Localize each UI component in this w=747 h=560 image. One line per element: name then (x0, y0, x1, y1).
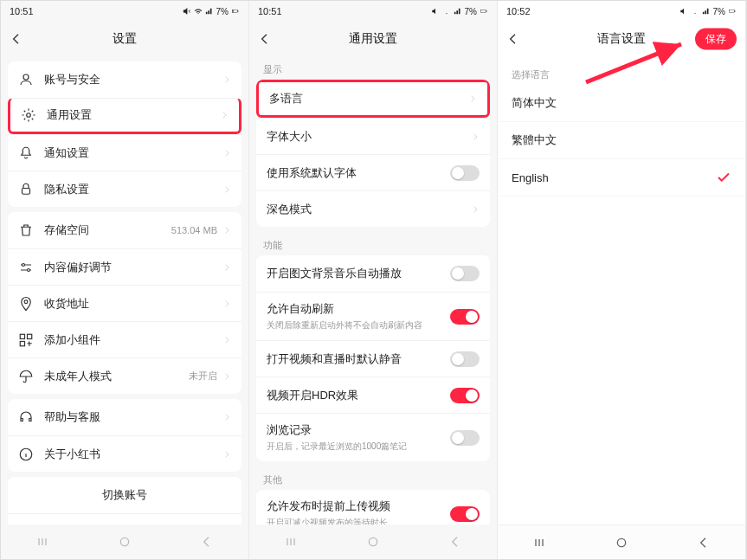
row-label: 深色模式 (267, 202, 471, 217)
row-dark-mode[interactable]: 深色模式 (256, 190, 490, 227)
section-language: 选择语言 (498, 56, 745, 85)
toggle-bgm[interactable] (450, 266, 480, 281)
row-sublabel: 开启后，记录最近浏览的1000篇笔记 (267, 441, 450, 453)
row-bgm-autoplay[interactable]: 开启图文背景音乐自动播放 (256, 255, 490, 292)
lang-traditional[interactable]: 繁體中文 (498, 122, 745, 159)
mute-icon (679, 7, 688, 16)
row-label: 内容偏好调节 (44, 260, 222, 275)
toggle-preupload[interactable] (450, 506, 480, 522)
section-display: 显示 (249, 56, 497, 80)
lang-english[interactable]: English (498, 159, 745, 196)
row-system-font[interactable]: 使用系统默认字体 (256, 154, 490, 190)
row-label: 隐私设置 (44, 182, 222, 197)
row-shipping-address[interactable]: 收货地址 (8, 285, 241, 321)
row-auto-refresh[interactable]: 允许自动刷新 关闭后除重新启动外将不会自动刷新内容 (256, 292, 490, 340)
row-label: 打开视频和直播时默认静音 (267, 351, 450, 367)
gear-icon (21, 107, 36, 123)
back-icon[interactable] (258, 32, 272, 46)
page-title: 通用设置 (349, 31, 397, 47)
row-label: 允许自动刷新 (267, 301, 450, 317)
panel-language-settings: 10:52 7% 语言设置 保存 选择语言 简体中文 繁體中文 English (498, 1, 746, 559)
chevron-right-icon (471, 205, 480, 214)
status-right: 7% (183, 7, 240, 16)
language-list: 简体中文 繁體中文 English (498, 85, 745, 196)
toggle-system-font[interactable] (450, 165, 480, 181)
recent-icon[interactable] (35, 535, 49, 549)
row-hdr[interactable]: 视频开启HDR效果 (256, 377, 490, 413)
recent-icon[interactable] (284, 535, 298, 549)
row-label: 开启图文背景音乐自动播放 (267, 266, 450, 281)
lang-simplified[interactable]: 简体中文 (498, 85, 745, 122)
row-language[interactable]: 多语言 (256, 80, 490, 118)
row-history[interactable]: 浏览记录 开启后，记录最近浏览的1000篇笔记 (256, 413, 490, 461)
row-label: 多语言 (269, 91, 468, 106)
back-nav-icon[interactable] (448, 535, 462, 549)
svg-point-8 (24, 299, 28, 303)
settings-group-general: 存储空间 513.04 MB 内容偏好调节 收货地址 添加小组件 未成年人模式 … (8, 212, 241, 394)
toggle-hdr[interactable] (450, 388, 480, 403)
toggle-mute[interactable] (450, 351, 480, 367)
row-content-preference[interactable]: 内容偏好调节 (8, 248, 241, 285)
mute-icon (431, 7, 440, 16)
svg-rect-2 (238, 10, 239, 12)
row-add-widget[interactable]: 添加小组件 (8, 321, 241, 357)
chevron-right-icon (222, 185, 231, 194)
wifi-icon (691, 7, 699, 16)
chevron-right-icon (222, 263, 231, 272)
row-label: 添加小组件 (44, 332, 222, 348)
svg-point-3 (23, 74, 29, 80)
storage-size: 513.04 MB (171, 225, 217, 235)
row-privacy-settings[interactable]: 隐私设置 (8, 171, 241, 207)
row-account-security[interactable]: 账号与安全 (8, 61, 241, 98)
home-icon[interactable] (366, 535, 380, 549)
svg-rect-1 (233, 10, 234, 12)
back-icon[interactable] (10, 32, 23, 46)
row-minor-mode[interactable]: 未成年人模式 未开启 (8, 357, 241, 394)
battery-text: 7% (713, 7, 725, 16)
info-icon (18, 447, 34, 462)
chevron-right-icon (222, 372, 231, 381)
row-label: 允许发布时提前上传视频 (267, 499, 450, 514)
headset-icon (18, 409, 34, 425)
lock-icon (18, 182, 34, 197)
status-time: 10:51 (10, 6, 34, 16)
chevron-right-icon (222, 299, 231, 308)
display-group: 多语言 字体大小 使用系统默认字体 深色模式 (256, 80, 490, 227)
row-label: 存储空间 (44, 222, 171, 238)
svg-rect-0 (233, 10, 238, 12)
back-nav-icon[interactable] (697, 536, 711, 550)
toggle-history[interactable] (450, 430, 480, 446)
row-default-mute[interactable]: 打开视频和直播时默认静音 (256, 340, 490, 377)
svg-rect-9 (20, 334, 24, 338)
row-help[interactable]: 帮助与客服 (8, 399, 241, 435)
row-general-settings[interactable]: 通用设置 (8, 98, 241, 134)
row-font-size[interactable]: 字体大小 (256, 118, 490, 154)
home-icon[interactable] (118, 535, 132, 549)
page-title: 设置 (113, 31, 137, 47)
panel-settings: 10:51 7% 设置 账号与安全 通用设置 通知设置 (1, 1, 249, 559)
chevron-right-icon (222, 75, 231, 84)
svg-rect-11 (20, 341, 24, 345)
row-label: 帮助与客服 (44, 409, 222, 425)
row-about[interactable]: 关于小红书 (8, 435, 241, 472)
back-icon[interactable] (506, 32, 520, 46)
back-nav-icon[interactable] (200, 535, 214, 549)
toggle-auto-refresh[interactable] (450, 309, 480, 325)
title-bar: 设置 (1, 22, 248, 56)
chevron-right-icon (222, 450, 231, 459)
home-icon[interactable] (615, 536, 628, 550)
location-icon (18, 296, 34, 312)
recent-icon[interactable] (532, 536, 546, 550)
row-storage[interactable]: 存储空间 513.04 MB (8, 212, 241, 248)
widget-icon (18, 332, 34, 348)
battery-icon (480, 7, 488, 16)
svg-rect-14 (481, 10, 486, 12)
svg-point-16 (369, 537, 377, 545)
switch-account-button[interactable]: 切换账号 (8, 477, 241, 513)
status-time: 10:52 (506, 6, 531, 16)
signal-icon (454, 7, 462, 16)
save-button[interactable]: 保存 (695, 29, 737, 50)
row-notification-settings[interactable]: 通知设置 (8, 134, 241, 171)
svg-point-6 (23, 263, 25, 266)
chevron-right-icon (222, 413, 231, 422)
